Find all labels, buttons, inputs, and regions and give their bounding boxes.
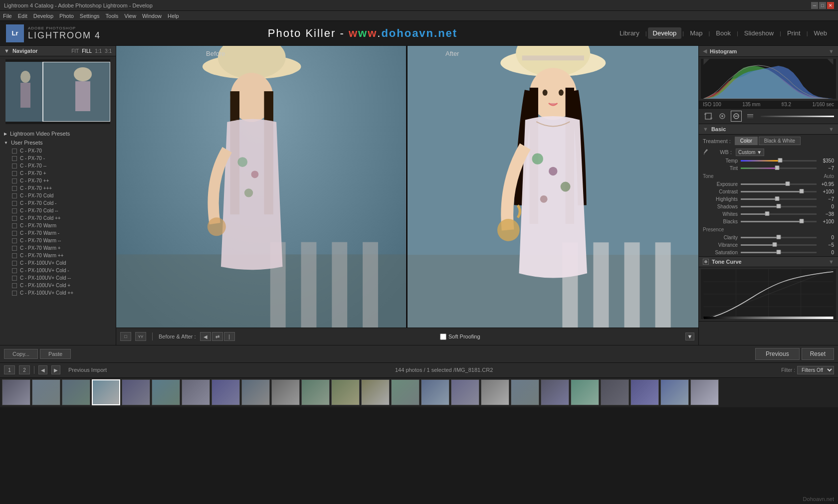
reset-button[interactable]: Reset [802,348,834,360]
list-item[interactable]: C - PX-100UV+ Cold + [0,282,116,289]
clarity-slider[interactable] [741,237,817,238]
nav-print[interactable]: Print [782,27,806,39]
zoom-1-1[interactable]: 1:1 [95,48,102,54]
presets-video-header[interactable]: ▶ Lightroom Video Presets [0,129,116,138]
menu-photo[interactable]: Photo [59,13,74,19]
nav-web[interactable]: Web [809,27,833,39]
close-button[interactable]: ✕ [827,2,834,9]
menu-develop[interactable]: Develop [33,13,53,19]
temp-slider-thumb[interactable] [778,158,783,163]
highlights-slider-thumb[interactable] [775,196,779,201]
clarity-slider-thumb[interactable] [777,235,781,239]
vibrance-slider[interactable] [741,244,817,246]
wb-dropdown[interactable]: Custom ▼ [736,149,764,156]
list-item[interactable]: C - PX-70 -- [0,162,116,169]
list-item[interactable]: C - PX-70 Warm -- [0,237,116,244]
view-yy-btn[interactable]: YY [135,332,146,341]
film-thumb[interactable] [2,379,30,405]
graduated-filter-icon[interactable] [745,111,756,122]
zoom-3-1[interactable]: 3:1 [105,48,112,54]
nav-develop[interactable]: Develop [648,27,682,39]
list-item[interactable]: C - PX-70 Cold - [0,199,116,207]
vibrance-slider-thumb[interactable] [773,242,777,247]
film-thumb[interactable] [481,379,509,405]
whites-slider-thumb[interactable] [765,211,770,216]
toolbar-expand-btn[interactable]: ▼ [685,333,694,340]
list-item[interactable]: C - PX-70 Warm ++ [0,252,116,259]
menu-window[interactable]: Window [142,13,162,19]
eyedropper-icon[interactable] [703,148,709,156]
whites-slider[interactable] [741,213,817,215]
film-thumb-selected[interactable] [92,379,120,405]
paste-button[interactable]: Paste [40,349,71,359]
blacks-slider[interactable] [741,221,817,222]
tone-auto-btn[interactable]: Auto [824,173,834,179]
film-thumb[interactable] [271,379,300,405]
previous-button[interactable]: Previous [755,348,800,360]
temp-slider[interactable] [741,160,817,162]
tint-slider-thumb[interactable] [775,166,779,170]
before-after-next-btn[interactable]: | [224,332,235,341]
film-thumb[interactable] [660,379,689,405]
exposure-slider-thumb[interactable] [786,181,790,186]
film-thumb[interactable] [421,379,449,405]
tone-curve-canvas[interactable] [701,269,836,319]
nav-book[interactable]: Book [711,27,736,39]
menu-file[interactable]: File [3,13,12,19]
contrast-slider-thumb[interactable] [799,189,804,193]
film-thumb[interactable] [630,379,659,405]
menu-tools[interactable]: Tools [106,13,119,19]
list-item[interactable]: C - PX-70 Cold ++ [0,214,116,222]
list-item[interactable]: C - PX-70 + [0,169,116,177]
zoom-fit[interactable]: FIT [71,48,79,54]
film-thumb[interactable] [690,379,719,405]
menu-edit[interactable]: Edit [18,13,27,19]
film-thumb[interactable] [511,379,539,405]
filter-dropdown[interactable]: Filters Off [797,366,834,374]
list-item[interactable]: C - PX-100UV+ Cold - [0,267,116,274]
nav-slideshow[interactable]: Slideshow [739,27,779,39]
list-item[interactable]: C - PX-70 [0,147,116,155]
view-mode-btn[interactable]: □ [120,332,131,341]
menu-settings[interactable]: Settings [80,13,100,19]
presets-user-header[interactable]: ▼ User Presets [0,138,116,147]
tint-slider[interactable] [741,168,817,169]
film-thumb[interactable] [182,379,210,405]
basic-menu-icon[interactable]: ▼ [829,126,834,132]
film-thumb[interactable] [331,379,360,405]
zoom-fill[interactable]: FILL [82,48,92,54]
list-item[interactable]: C - PX-70 ++ [0,177,116,184]
shadows-slider[interactable] [741,206,817,207]
filmstrip-prev-btn[interactable]: ◀ [38,365,47,374]
film-thumb[interactable] [241,379,270,405]
saturation-slider[interactable] [741,252,817,253]
film-thumb[interactable] [32,379,60,405]
saturation-slider-thumb[interactable] [777,250,781,254]
exposure-slider[interactable] [741,183,817,185]
highlights-slider[interactable] [741,198,817,200]
treatment-bw-btn[interactable]: Black & White [759,137,801,145]
film-thumb[interactable] [601,379,629,405]
view-compare-btn[interactable]: 2 [19,365,30,374]
list-item[interactable]: C - PX-70 +++ [0,184,116,192]
minimize-button[interactable]: ─ [811,2,818,9]
copy-button[interactable]: Copy... [4,349,38,359]
blacks-slider-thumb[interactable] [799,219,804,223]
list-item[interactable]: C - PX-70 Cold [0,192,116,199]
histogram-menu-icon[interactable]: ▼ [829,48,834,54]
list-item[interactable]: C - PX-70 Warm [0,222,116,229]
basic-toggle-icon[interactable]: ▼ [703,126,708,132]
menu-help[interactable]: Help [168,13,179,19]
film-thumb[interactable] [122,379,150,405]
film-thumb[interactable] [391,379,419,405]
menu-view[interactable]: View [124,13,136,19]
navigator-toggle-icon[interactable]: ▼ [4,48,9,54]
navigator-thumbnail[interactable] [5,59,110,124]
film-thumb[interactable] [541,379,569,405]
list-item[interactable]: C - PX-100UV+ Cold ++ [0,289,116,297]
before-after-swap-btn[interactable]: ⇄ [212,332,223,341]
film-thumb[interactable] [451,379,479,405]
crop-tool-icon[interactable] [703,111,714,122]
film-thumb[interactable] [571,379,599,405]
tone-curve-menu-icon[interactable]: ▼ [829,259,834,265]
